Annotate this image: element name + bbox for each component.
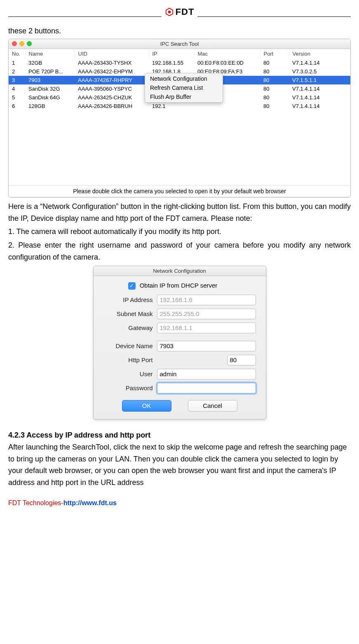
table-cell: V7.1.4.1.14 [289, 93, 350, 102]
hint-text: Please double click the camera you selec… [9, 185, 350, 197]
ok-button[interactable]: OK [122, 400, 171, 412]
ipc-search-window: IPC Search Tool No.NameUIDIPMacPortVersi… [8, 39, 351, 197]
table-cell: 80 [260, 84, 289, 93]
window-title: IPC Search Tool [9, 41, 350, 47]
dialog-title: Network Configuration [94, 268, 266, 274]
user-label: User [103, 370, 157, 377]
table-cell: 80 [260, 93, 289, 102]
table-header[interactable]: Mac [194, 49, 260, 59]
table-cell: 80 [260, 102, 289, 110]
window-titlebar: IPC Search Tool [9, 39, 350, 49]
context-menu-item[interactable]: Network Configuration [145, 74, 223, 83]
table-header[interactable]: Port [260, 49, 289, 59]
cancel-button[interactable]: Cancel [188, 400, 237, 412]
table-cell: 3 [9, 76, 25, 84]
table-cell: 80 [260, 67, 289, 76]
brand-text: FDT [176, 7, 195, 17]
page-header: FDT [8, 4, 351, 17]
table-cell: SanDisk 64G [25, 93, 75, 102]
mask-input[interactable] [157, 309, 256, 319]
gw-label: Gateway [103, 324, 157, 331]
gateway-input[interactable] [157, 323, 256, 333]
dhcp-row: ✓ Obtain IP from DHCP server [103, 282, 256, 290]
section-heading: 4.2.3 Access by IP address and http port [8, 431, 351, 440]
context-menu-item[interactable]: Flush Arp Buffer [145, 92, 223, 101]
http-port-input[interactable] [227, 355, 256, 365]
paragraph-1: Here is a “Network Configuration” button… [8, 201, 351, 225]
table-cell: AAAA-263430-TYSHX [75, 59, 149, 67]
table-cell: AAAA-374267-RHPRY [75, 76, 149, 84]
table-cell: V7.3.0.2.5 [289, 67, 350, 76]
table-row[interactable]: 132GBAAAA-263430-TYSHX192.168.1.5500:E0:… [9, 59, 350, 67]
table-cell: 1 [9, 59, 25, 67]
table-cell: 7903 [25, 76, 75, 84]
page-footer: FDT Technologies-http://www.fdt.us [8, 499, 351, 507]
table-cell: 80 [260, 59, 289, 67]
table-header[interactable]: UID [75, 49, 149, 59]
table-cell: 5 [9, 93, 25, 102]
table-cell: V7.1.5.1.1 [289, 76, 350, 84]
table-cell: AAAA-395060-YSPYC [75, 84, 149, 93]
mask-label: Subnet Mask [103, 310, 157, 317]
context-menu-item[interactable]: Refresh Camera List [145, 83, 223, 92]
table-cell: 2 [9, 67, 25, 76]
password-input[interactable] [157, 383, 256, 393]
dhcp-label: Obtain IP from DHCP server [140, 282, 218, 289]
table-cell: V7.1.4.1.14 [289, 59, 350, 67]
device-label: Device Name [103, 342, 157, 349]
table-cell: 128GB [25, 102, 75, 110]
dialog-titlebar: Network Configuration [94, 266, 266, 276]
network-config-dialog: Network Configuration ✓ Obtain IP from D… [93, 266, 266, 419]
hexagon-icon [165, 7, 174, 16]
table-row[interactable]: 6128GBAAAA-263426-BBRUH192.180V7.1.4.1.1… [9, 102, 350, 110]
table-cell: 80 [260, 76, 289, 84]
table-cell: AAAA-263426-BBRUH [75, 102, 149, 110]
port-label: Http Port [103, 356, 157, 363]
device-name-input[interactable] [157, 341, 256, 351]
table-cell: SanDisk 32G [25, 84, 75, 93]
table-header[interactable]: IP [149, 49, 194, 59]
table-cell: V7.1.4.1.14 [289, 84, 350, 93]
intro-text: these 2 buttons. [8, 25, 351, 37]
table-header[interactable]: Version [289, 49, 350, 59]
table-cell: 192.1 [149, 102, 194, 110]
table-cell: AAAA-263425-CHZUK [75, 93, 149, 102]
password-label: Password [103, 384, 157, 391]
table-cell [194, 102, 260, 110]
ip-input[interactable] [157, 295, 256, 305]
footer-company: FDT Technologies- [8, 499, 63, 506]
paragraph-2: After launching the SearchTool, click th… [8, 441, 351, 489]
paragraph-1-item2: 2. Please enter the right username and p… [8, 239, 351, 263]
table-cell: POE 720P B... [25, 67, 75, 76]
table-header[interactable]: Name [25, 49, 75, 59]
table-cell: 32GB [25, 59, 75, 67]
table-cell: AAAA-263422-EHPYM [75, 67, 149, 76]
svg-point-1 [168, 11, 170, 13]
table-cell: 192.168.1.55 [149, 59, 194, 67]
table-cell: 6 [9, 102, 25, 110]
paragraph-1-item1: 1. The camera will reboot automatically … [8, 226, 351, 238]
brand-logo: FDT [162, 7, 198, 17]
dhcp-checkbox[interactable]: ✓ [128, 282, 136, 290]
table-header[interactable]: No. [9, 49, 25, 59]
table-cell: 4 [9, 84, 25, 93]
ip-label: IP Address [103, 296, 157, 303]
footer-url[interactable]: http://www.fdt.us [63, 499, 117, 506]
context-menu[interactable]: Network ConfigurationRefresh Camera List… [145, 73, 223, 103]
table-cell: 00:E0:F8:03:EE:0D [194, 59, 260, 67]
table-cell: V7.1.4.1.14 [289, 102, 350, 110]
user-input[interactable] [157, 369, 256, 379]
